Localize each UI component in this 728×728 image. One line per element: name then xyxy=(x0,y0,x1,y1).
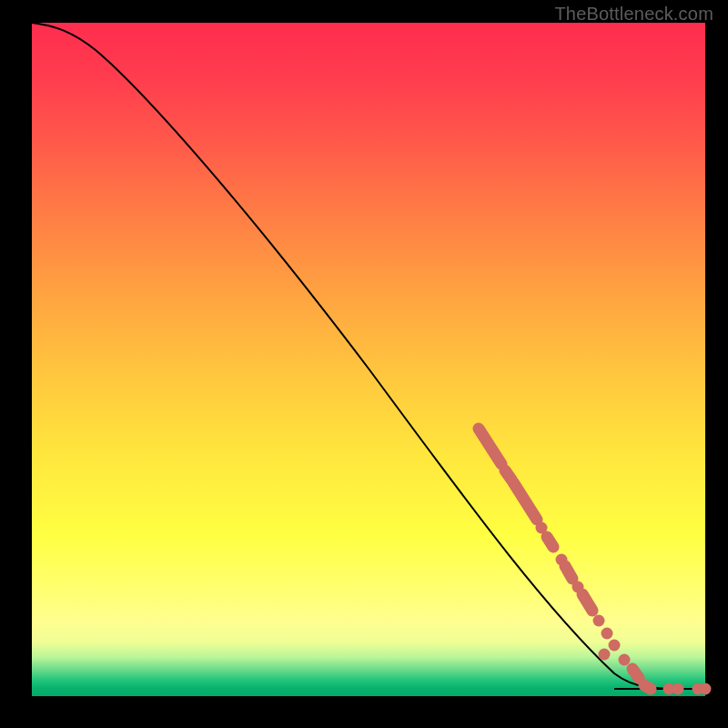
chart-overlay xyxy=(32,23,705,696)
plot-area xyxy=(32,23,705,696)
data-dot xyxy=(700,683,712,695)
data-dot xyxy=(593,615,605,627)
data-rod xyxy=(479,429,501,464)
data-rod xyxy=(644,685,651,689)
data-rod xyxy=(513,482,537,520)
data-dot xyxy=(619,654,631,666)
data-dot xyxy=(599,649,611,661)
attribution-text: TheBottleneck.com xyxy=(554,4,713,25)
chart-stage: TheBottleneck.com xyxy=(0,0,728,728)
data-dot xyxy=(602,628,613,640)
data-rod xyxy=(632,669,639,678)
main-curve xyxy=(32,23,705,689)
data-rod xyxy=(547,537,553,547)
data-rod xyxy=(582,594,592,611)
data-dot xyxy=(609,640,621,652)
data-dot xyxy=(672,683,684,695)
data-rod xyxy=(565,566,572,579)
